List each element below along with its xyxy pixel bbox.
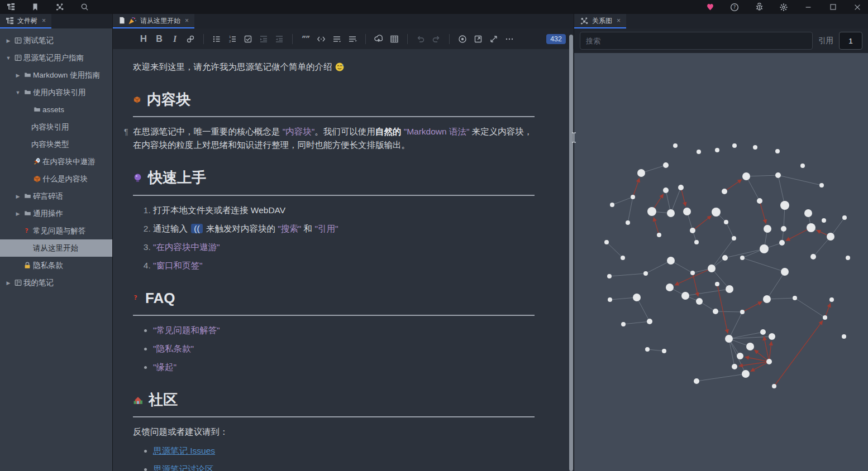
tree-down-arrow-icon[interactable]: ▼ [4, 55, 12, 61]
svg-text:?: ? [25, 227, 28, 234]
list-item[interactable]: "缘起" [153, 361, 535, 374]
block-ref[interactable]: "隐私条款" [153, 344, 194, 353]
bold-icon[interactable]: B [152, 32, 166, 46]
list-item[interactable]: 通过输入 (( 来触发对内容块的 "搜索" 和 "引用" [153, 222, 535, 235]
bullet-list-icon[interactable] [209, 32, 224, 46]
outdent-icon[interactable] [272, 32, 287, 46]
folder-icon [22, 210, 33, 217]
graph-node-29 [807, 223, 815, 232]
editor-scrollbar[interactable] [569, 35, 573, 471]
task-list-icon[interactable] [241, 32, 255, 46]
block-ref[interactable]: "内容块" [283, 127, 315, 136]
heading-block[interactable]: 内容块 [133, 88, 535, 117]
tree-right-arrow-icon[interactable]: ▶ [4, 38, 12, 44]
minimize-icon[interactable] [802, 2, 814, 12]
tab-graph[interactable]: 关系图 × [574, 14, 626, 28]
tree-item-1[interactable]: ▼思源笔记用户指南 [0, 49, 112, 66]
indent-icon[interactable] [256, 32, 271, 46]
tree-item-0[interactable]: ▶测试笔记 [0, 32, 112, 49]
list-item[interactable]: "常见问题和解答" [153, 324, 535, 337]
list-item[interactable]: 思源笔记 Issues [153, 444, 535, 458]
fullscreen-icon[interactable] [487, 32, 501, 46]
list-item[interactable]: "隐私条款" [153, 342, 535, 355]
table-icon[interactable] [387, 32, 402, 46]
undo-icon[interactable] [413, 32, 428, 46]
tree-item-8[interactable]: 什么是内容块 [0, 170, 112, 188]
tree-down-arrow-icon[interactable]: ▼ [14, 90, 22, 95]
bug-icon[interactable] [753, 2, 765, 12]
tree-item-5[interactable]: 内容块引用 [0, 118, 112, 136]
list-item[interactable]: "在内容块中遨游" [153, 241, 535, 254]
paragraph-block[interactable]: ¶在思源笔记中，唯一重要的核心概念是 "内容块"。我们可以使用自然的 "Mark… [133, 125, 535, 152]
help-icon[interactable]: ? [728, 2, 741, 12]
close-icon[interactable] [851, 2, 864, 12]
rocket-icon [31, 157, 42, 166]
close-icon[interactable]: × [617, 17, 621, 25]
heart-icon[interactable] [704, 2, 716, 12]
more-icon[interactable] [502, 32, 517, 46]
tree-right-arrow-icon[interactable]: ▶ [14, 194, 22, 199]
heading-block[interactable]: 快速上手 [133, 166, 535, 195]
heading-icon[interactable]: H [136, 32, 151, 46]
ordered-list-icon[interactable]: 12 [225, 32, 240, 46]
tree-item-12[interactable]: 请从这里开始 [0, 239, 112, 257]
tree-item-11[interactable]: ?常见问题与解答 [0, 222, 112, 239]
tree-right-arrow-icon[interactable]: ▶ [4, 280, 12, 286]
block-ref[interactable]: "搜索" [278, 224, 301, 233]
block-ref[interactable]: "在内容块中遨游" [153, 242, 220, 252]
hyperlink[interactable]: 思源笔记讨论区 [153, 464, 214, 471]
close-icon[interactable]: × [185, 17, 189, 25]
quote-icon[interactable]: ”” [298, 32, 313, 46]
block-ref[interactable]: "常见问题和解答" [153, 325, 220, 335]
upload-icon[interactable] [371, 32, 386, 46]
search-icon[interactable] [78, 2, 90, 12]
list-item[interactable]: 打开本地文件夹或者连接 WebDAV [153, 204, 535, 217]
heading-block[interactable]: 社区 [133, 388, 535, 417]
tree-item-14[interactable]: ▶我的笔记 [0, 274, 112, 291]
tree-item-4[interactable]: assets [0, 101, 112, 118]
tab-document[interactable]: 请从这里开始 × [113, 14, 194, 28]
tree-right-arrow-icon[interactable]: ▶ [14, 211, 22, 217]
link-icon[interactable] [183, 32, 198, 46]
graph-search-input[interactable] [580, 32, 813, 50]
insert-after-icon[interactable] [345, 32, 360, 46]
tree-item-13[interactable]: 隐私条款 [0, 257, 112, 274]
filetree-icon[interactable] [4, 2, 17, 12]
block-ref[interactable]: "窗口和页签" [153, 261, 203, 270]
settings-gear-icon[interactable] [778, 2, 790, 12]
list-item[interactable]: "窗口和页签" [153, 259, 535, 272]
italic-icon[interactable]: I [168, 32, 182, 46]
bookmark-icon[interactable] [29, 2, 41, 12]
tree-item-label: 测试笔记 [23, 36, 54, 46]
paragraph-block[interactable]: 反馈问题或者建议请到： [133, 425, 535, 439]
insert-before-icon[interactable] [330, 32, 344, 46]
tree-right-arrow-icon[interactable]: ▶ [14, 73, 22, 78]
graph-icon[interactable] [54, 2, 66, 12]
tree-item-6[interactable]: 内容块类型 [0, 136, 112, 153]
tab-file-tree[interactable]: 文件树 × [0, 14, 51, 28]
redo-icon[interactable] [429, 32, 443, 46]
notebook-icon [12, 54, 23, 62]
list-item[interactable]: 思源笔记讨论区 [153, 463, 535, 471]
paragraph-block[interactable]: 欢迎来到这里，请允许我为思源笔记做个简单的介绍 [133, 60, 535, 74]
block-ref[interactable]: "引用" [314, 224, 338, 233]
heading-block[interactable]: ?FAQ [133, 287, 535, 316]
tree-item-3[interactable]: ▼使用内容块引用 [0, 84, 112, 101]
ref-count-input[interactable]: 1 [839, 32, 862, 50]
graph-canvas[interactable] [574, 53, 868, 471]
graph-node-72 [694, 378, 699, 384]
inline-code-icon[interactable] [314, 32, 328, 46]
block-ref[interactable]: "Markdown 语法" [404, 127, 470, 136]
hyperlink[interactable]: 思源笔记 Issues [153, 446, 215, 455]
close-icon[interactable]: × [42, 17, 46, 25]
tree-item-9[interactable]: ▶碎言碎语 [0, 188, 112, 205]
preview-icon[interactable] [455, 32, 470, 46]
open-window-icon[interactable] [471, 32, 485, 46]
graph-node-74 [645, 347, 650, 352]
tree-item-10[interactable]: ▶通用操作 [0, 205, 112, 222]
tree-item-7[interactable]: 在内容块中遨游 [0, 153, 112, 170]
graph-node-59 [713, 309, 718, 314]
tree-item-2[interactable]: ▶Markdown 使用指南 [0, 66, 112, 84]
block-ref[interactable]: "缘起" [153, 362, 177, 372]
maximize-icon[interactable] [827, 2, 839, 12]
